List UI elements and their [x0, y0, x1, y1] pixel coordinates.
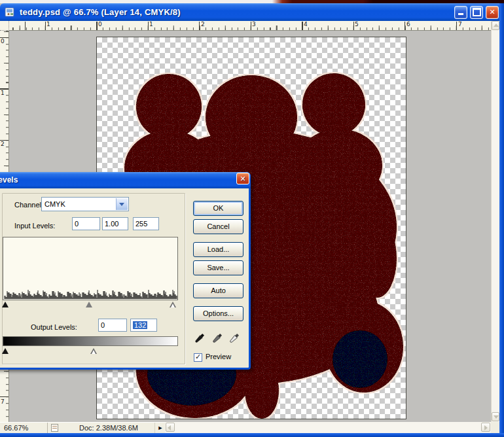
input-levels-label: Input Levels: [14, 222, 55, 230]
dropdown-button[interactable] [116, 198, 128, 210]
scrollbar-corner [491, 422, 499, 433]
scroll-down-button[interactable] [492, 412, 499, 421]
input-black-slider[interactable] [2, 302, 9, 307]
input-highlight-field[interactable]: 255 [133, 217, 159, 230]
scroll-right-button[interactable] [481, 423, 490, 432]
chevron-down-icon [119, 203, 124, 209]
levels-dialog-titlebar[interactable]: Levels ✕ [0, 172, 251, 188]
output-white-slider[interactable] [90, 348, 97, 354]
page-preview-icon [51, 424, 58, 432]
output-gradient-bar [3, 336, 178, 346]
black-point-eyedropper-icon[interactable] [192, 331, 206, 347]
ruler-label: 1 [149, 22, 153, 27]
window-title: teddy.psd @ 66.7% (Layer 14, CMYK/8) [20, 7, 181, 17]
ruler-label: 7 [458, 22, 462, 27]
load-button[interactable]: Load... [193, 242, 243, 257]
channel-dropdown[interactable]: CMYK [41, 197, 129, 211]
levels-dialog: Levels ✕ Channel: CMYK Input Levels: 0 1… [0, 172, 251, 370]
selected-text: 132 [133, 321, 147, 329]
ruler-label: 2 [201, 22, 205, 27]
horizontal-scrollbar[interactable] [165, 422, 491, 433]
arrow-left-icon [168, 425, 171, 430]
vertical-scrollbar[interactable] [491, 21, 499, 422]
input-white-slider[interactable] [170, 302, 176, 307]
maximize-icon [473, 8, 481, 16]
ruler-label: 6 [406, 22, 410, 27]
histogram [3, 237, 178, 300]
save-button[interactable]: Save... [193, 260, 243, 275]
preview-checkbox[interactable]: ✓ [194, 353, 202, 362]
scroll-up-button[interactable] [492, 21, 499, 30]
ruler-label: 4 [304, 22, 308, 27]
output-levels-label: Output Levels: [31, 323, 77, 331]
input-gray-slider[interactable] [86, 302, 92, 307]
gray-point-eyedropper-icon[interactable] [209, 331, 224, 347]
minimize-icon [458, 13, 463, 15]
status-menu-arrow-button[interactable]: ► [156, 423, 165, 432]
window-border-right [499, 3, 504, 437]
window-titlebar[interactable]: teddy.psd @ 66.7% (Layer 14, CMYK/8) ✕ [0, 3, 504, 21]
channel-label: Channel: [14, 201, 43, 209]
zoom-level-field[interactable]: 66.67% [0, 423, 48, 433]
ruler-label: 3 [252, 22, 256, 27]
output-black-slider[interactable] [2, 348, 9, 354]
output-shadow-field[interactable]: 0 [98, 319, 127, 332]
channel-value: CMYK [45, 200, 65, 208]
arrow-up-icon [494, 24, 499, 27]
ruler-label: 5 [355, 22, 359, 27]
white-point-eyedropper-icon[interactable] [226, 331, 241, 347]
scroll-left-button[interactable] [166, 423, 175, 432]
options-button[interactable]: Options... [193, 306, 243, 321]
minimize-button[interactable] [454, 6, 467, 19]
ruler-ticks-major [9, 22, 492, 30]
arrow-right-icon [484, 425, 488, 430]
ruler-label: 1 [1, 90, 5, 96]
ruler-origin-corner [0, 21, 9, 31]
ruler-label: 0 [98, 22, 102, 27]
ruler-label: 0 [1, 39, 5, 44]
auto-button[interactable]: Auto [193, 283, 243, 298]
arrow-down-icon [494, 415, 499, 419]
document-size-info: Doc: 2.38M/38.6M [63, 423, 155, 433]
check-icon: ✓ [195, 353, 201, 361]
photoshop-document-window: teddy.psd @ 66.7% (Layer 14, CMYK/8) ✕ 1… [0, 0, 504, 437]
input-gamma-field[interactable]: 1.00 [102, 217, 128, 230]
input-shadow-field[interactable]: 0 [72, 217, 100, 230]
ruler-label: 1 [46, 22, 50, 27]
ok-button[interactable]: OK [193, 201, 243, 216]
document-icon [5, 7, 16, 17]
cancel-button[interactable]: Cancel [193, 219, 243, 234]
ruler-label: 7 [1, 399, 5, 405]
close-button[interactable]: ✕ [486, 6, 499, 19]
ruler-label: 2 [1, 141, 5, 147]
dialog-title: Levels [0, 175, 18, 184]
preview-label: Preview [206, 353, 231, 360]
ruler-horizontal: 101234567 [9, 21, 492, 31]
output-highlight-field[interactable]: 132 [130, 319, 157, 332]
maximize-button[interactable] [470, 6, 483, 19]
window-border-bottom [0, 433, 504, 437]
dialog-close-button[interactable]: ✕ [236, 173, 249, 184]
